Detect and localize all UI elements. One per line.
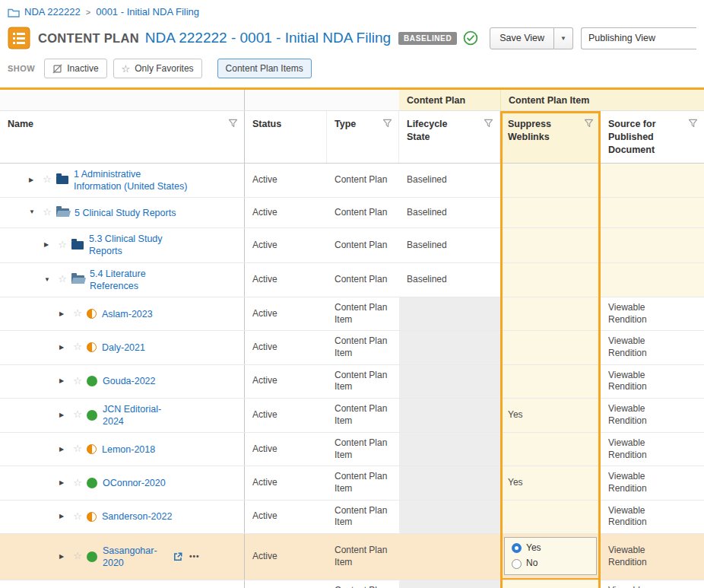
table-row[interactable]: ▶ ☆ Sanderson-2022 Active Content Plan I… — [0, 501, 704, 534]
expand-caret-icon[interactable]: ▼ — [44, 276, 55, 284]
name-cell: ▼ ☆ 5.4 Literature References — [0, 263, 245, 297]
item-name-link[interactable]: Daly-2021 — [102, 342, 145, 354]
type-value: Content Plan Item — [335, 370, 393, 393]
expand-caret-icon[interactable]: ▶ — [29, 176, 40, 184]
filter-funnel-icon[interactable] — [484, 119, 493, 128]
type-cell: Content Plan Item — [327, 331, 399, 364]
status-cell: Active — [245, 198, 327, 227]
favorite-star-icon[interactable]: ☆ — [71, 408, 84, 421]
source-for-published-document-cell: Viewable Rendition — [601, 433, 704, 466]
favorite-star-icon[interactable]: ☆ — [41, 206, 53, 219]
suppress-weblinks-cell[interactable] — [500, 433, 601, 466]
suppress-weblinks-cell[interactable] — [500, 365, 601, 398]
favorite-star-icon[interactable]: ☆ — [71, 550, 84, 563]
suppress-weblinks-cell[interactable]: Yes — [500, 466, 601, 499]
favorite-star-icon[interactable]: ☆ — [56, 239, 68, 252]
view-selector[interactable]: Publishing View — [581, 27, 696, 49]
only-favorites-filter-button[interactable]: ☆ Only Favorites — [113, 59, 202, 78]
expand-caret-icon[interactable]: ▶ — [59, 310, 70, 318]
table-row[interactable]: ▶ ☆ Lemon-2018 Active Content Plan Item … — [0, 433, 704, 466]
content-plan-items-filter-button[interactable]: Content Plan Items — [217, 59, 312, 78]
favorite-star-icon[interactable]: ☆ — [71, 375, 84, 388]
table-row[interactable]: ▶ ☆ OConnor-2020 Active Content Plan Ite… — [0, 466, 704, 500]
expand-caret-icon[interactable]: ▶ — [59, 377, 70, 385]
table-row[interactable]: ▼ ☆ 5 Clinical Study Reports Active Cont… — [0, 198, 704, 228]
column-header-row: Name Status Type Lifecycle State Suppres… — [0, 111, 704, 164]
content-plan-icon — [8, 27, 30, 49]
suppress-weblinks-cell[interactable]: Yes — [500, 399, 601, 433]
suppress-weblinks-cell[interactable]: YesNo — [500, 534, 601, 580]
item-name-link[interactable]: 5.4 Literature References — [90, 268, 175, 293]
suppress-weblinks-cell[interactable] — [500, 228, 601, 262]
column-header-status[interactable]: Status — [245, 111, 327, 163]
favorite-star-icon[interactable]: ☆ — [71, 443, 84, 456]
expand-caret-icon[interactable]: ▶ — [59, 513, 70, 520]
favorite-star-icon[interactable]: ☆ — [56, 273, 68, 286]
column-header-type[interactable]: Type — [327, 111, 399, 163]
favorite-star-icon[interactable]: ☆ — [71, 341, 84, 354]
item-name-link[interactable]: JCN Editorial-2024 — [103, 403, 179, 428]
inactive-filter-button[interactable]: Inactive — [44, 59, 106, 78]
table-row[interactable]: ▶ ☆ Aslam-2023 Active Content Plan Item … — [0, 297, 704, 331]
suppress-weblinks-cell[interactable] — [500, 263, 601, 297]
filter-funnel-icon[interactable] — [228, 119, 238, 128]
source-for-published-document-cell: Viewable Rendition — [601, 466, 704, 499]
open-in-new-tab-icon[interactable] — [173, 551, 183, 562]
table-row[interactable]: ▶ ☆ Index Active Content Plan Item Viewa… — [0, 580, 704, 588]
item-name-link[interactable]: Gouda-2022 — [103, 375, 156, 387]
save-view-dropdown-icon[interactable]: ▼ — [554, 27, 573, 49]
suppress-weblinks-editor[interactable]: YesNo — [504, 537, 597, 575]
item-name-link[interactable]: 1 Administrative Information (United Sta… — [74, 168, 188, 193]
item-name-link[interactable]: 5.3 Clinical Study Reports — [89, 233, 174, 258]
column-header-source-for-published-document[interactable]: Source for Published Document — [601, 111, 704, 163]
suppress-weblinks-cell[interactable] — [500, 580, 601, 588]
item-name-link[interactable]: Sanderson-2022 — [102, 510, 172, 523]
expand-caret-icon[interactable]: ▶ — [59, 446, 70, 453]
expand-caret-icon[interactable]: ▶ — [59, 344, 70, 351]
more-actions-icon[interactable]: ••• — [189, 551, 200, 561]
item-name-link[interactable]: Lemon-2018 — [102, 443, 155, 456]
expand-caret-icon[interactable]: ▶ — [44, 241, 55, 249]
filter-funnel-icon[interactable] — [584, 119, 594, 128]
radio-button-icon[interactable] — [512, 543, 522, 553]
table-row[interactable]: ▶ ☆ JCN Editorial-2024 Active Content Pl… — [0, 399, 704, 434]
item-name-link[interactable]: Sasangohar-2020 — [103, 545, 166, 570]
item-name-link[interactable]: Aslam-2023 — [102, 308, 153, 320]
favorite-star-icon[interactable]: ☆ — [41, 173, 53, 186]
filter-funnel-icon[interactable] — [382, 119, 392, 128]
type-cell: Content Plan Item — [327, 580, 399, 588]
expand-caret-icon[interactable]: ▶ — [59, 553, 70, 561]
item-name-link[interactable]: 5 Clinical Study Reports — [75, 207, 176, 219]
breadcrumb-root-link[interactable]: NDA 222222 — [24, 6, 81, 17]
favorite-star-icon[interactable]: ☆ — [71, 510, 84, 523]
table-row[interactable]: ▶ ☆ Daly-2021 Active Content Plan Item V… — [0, 331, 704, 364]
suppress-weblinks-cell[interactable] — [500, 297, 601, 330]
column-header-name[interactable]: Name — [0, 111, 245, 163]
table-row[interactable]: ▶ ☆ Sasangohar-2020 ••• Active Content P… — [0, 534, 704, 580]
column-header-lifecycle-state[interactable]: Lifecycle State — [399, 111, 500, 163]
suppress-weblinks-cell[interactable] — [500, 198, 601, 227]
expand-caret-icon[interactable]: ▶ — [59, 479, 70, 487]
table-row[interactable]: ▶ ☆ 1 Administrative Information (United… — [0, 164, 704, 199]
favorite-star-icon[interactable]: ☆ — [71, 477, 84, 490]
table-row[interactable]: ▶ ☆ 5.3 Clinical Study Reports Active Co… — [0, 228, 704, 263]
expand-caret-icon[interactable]: ▼ — [29, 208, 40, 216]
expand-caret-icon[interactable]: ▶ — [59, 412, 70, 419]
column-header-suppress-weblinks[interactable]: Suppress Weblinks — [500, 111, 601, 163]
favorite-star-icon[interactable]: ☆ — [71, 307, 84, 320]
save-view-button[interactable]: Save View — [490, 27, 554, 49]
suppress-option-yes[interactable]: Yes — [512, 542, 589, 555]
type-cell: Content Plan Item — [327, 534, 399, 580]
suppress-weblinks-cell[interactable] — [500, 501, 601, 533]
suppress-weblinks-cell[interactable] — [500, 164, 601, 198]
folder-closed-icon — [56, 176, 68, 184]
suppress-weblinks-cell[interactable] — [500, 331, 601, 364]
table-row[interactable]: ▼ ☆ 5.4 Literature References Active Con… — [0, 263, 704, 298]
item-name-link[interactable]: OConnor-2020 — [103, 477, 166, 489]
table-row[interactable]: ▶ ☆ Gouda-2022 Active Content Plan Item … — [0, 365, 704, 399]
only-favorites-label: Only Favorites — [135, 63, 193, 74]
suppress-option-no[interactable]: No — [512, 558, 589, 570]
breadcrumb-current-link[interactable]: 0001 - Initial NDA Filing — [96, 6, 199, 17]
filter-funnel-icon[interactable] — [688, 119, 698, 128]
radio-button-icon[interactable] — [512, 559, 522, 569]
